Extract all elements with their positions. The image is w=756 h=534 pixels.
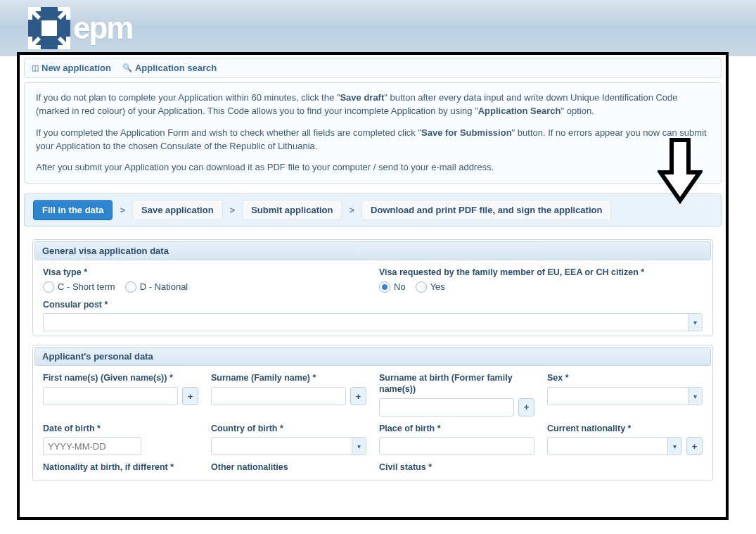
- current-nationality-select[interactable]: ▾: [547, 437, 682, 455]
- new-application-link[interactable]: ◫ New application: [32, 63, 111, 73]
- new-application-label: New application: [41, 63, 111, 73]
- brand-mark-icon: [28, 7, 70, 49]
- step-submit-application[interactable]: Submit application: [242, 200, 342, 220]
- radio-icon: [416, 281, 427, 293]
- country-birth-label: Country of birth *: [211, 424, 366, 435]
- place-birth-label: Place of birth *: [379, 424, 534, 435]
- family-member-label: Visa requested by the family member of E…: [379, 267, 703, 279]
- main-frame: ◫ New application 🔍 Application search I…: [17, 52, 729, 520]
- step-save-application[interactable]: Save application: [132, 200, 223, 220]
- place-birth-input[interactable]: [379, 437, 534, 455]
- surname-birth-input[interactable]: [379, 398, 514, 417]
- info-box: If you do not plan to complete your Appl…: [24, 82, 722, 184]
- new-icon: ◫: [32, 63, 39, 72]
- visa-type-label: Visa type *: [43, 267, 366, 279]
- top-link-bar: ◫ New application 🔍 Application search: [24, 58, 722, 78]
- application-search-label: Application search: [135, 63, 217, 73]
- surname-label: Surname (Family name) *: [211, 373, 366, 384]
- chevron-down-icon: ▾: [688, 388, 702, 405]
- radio-icon: [379, 281, 390, 293]
- search-icon: 🔍: [122, 63, 132, 72]
- dob-input[interactable]: YYYY-MM-DD: [43, 437, 141, 455]
- family-member-yes-radio[interactable]: Yes: [416, 281, 445, 293]
- family-member-no-radio[interactable]: No: [379, 281, 406, 293]
- svg-rect-1: [41, 20, 57, 36]
- nationality-birth-label: Nationality at birth, if different *: [43, 462, 198, 473]
- surname-birth-label: Surname at birth (Former family name(s)): [379, 373, 534, 395]
- sex-select[interactable]: ▾: [547, 387, 703, 405]
- panel-general-header: General visa application data: [34, 241, 711, 260]
- current-nationality-label: Current nationality *: [547, 424, 703, 435]
- country-birth-select[interactable]: ▾: [211, 437, 366, 455]
- first-name-label: First name(s) (Given name(s)) *: [43, 373, 198, 384]
- surname-input[interactable]: [211, 387, 346, 405]
- add-nationality-button[interactable]: +: [686, 437, 703, 455]
- consular-post-label: Consular post *: [43, 300, 703, 311]
- panel-personal-header: Applicant's personal data: [34, 347, 711, 366]
- radio-icon: [43, 281, 54, 293]
- dob-label: Date of birth *: [43, 424, 198, 435]
- panel-applicant-personal: Applicant's personal data First name(s) …: [32, 345, 713, 481]
- radio-icon: [125, 281, 136, 293]
- panel-general-visa-data: General visa application data Visa type …: [32, 239, 713, 336]
- brand-logo: epm: [28, 7, 132, 49]
- add-first-name-button[interactable]: +: [182, 387, 198, 405]
- visa-type-d-radio[interactable]: D - National: [125, 281, 188, 293]
- steps-panel: Fill in the data > Save application > Su…: [24, 193, 722, 227]
- step-download-pdf[interactable]: Download and print PDF file, and sign th…: [361, 200, 611, 220]
- first-name-input[interactable]: [43, 387, 178, 405]
- step-separator: >: [230, 205, 236, 215]
- application-search-link[interactable]: 🔍 Application search: [122, 63, 217, 73]
- consular-post-select[interactable]: ▾: [43, 313, 703, 331]
- visa-type-c-radio[interactable]: C - Short term: [43, 281, 115, 293]
- brand-text: epm: [73, 11, 132, 46]
- chevron-down-icon: ▾: [352, 438, 366, 454]
- civil-status-label: Civil status *: [379, 462, 534, 473]
- step-fill-in-data[interactable]: Fill in the data: [33, 200, 113, 220]
- other-nationalities-label: Other nationalities: [211, 462, 366, 473]
- step-separator: >: [349, 205, 354, 215]
- add-surname-birth-button[interactable]: +: [518, 398, 534, 417]
- sex-label: Sex *: [547, 373, 703, 384]
- chevron-down-icon: ▾: [667, 438, 681, 454]
- form-area: General visa application data Visa type …: [24, 239, 722, 481]
- step-separator: >: [120, 205, 125, 215]
- chevron-down-icon: ▾: [688, 314, 702, 331]
- add-surname-button[interactable]: +: [350, 387, 366, 405]
